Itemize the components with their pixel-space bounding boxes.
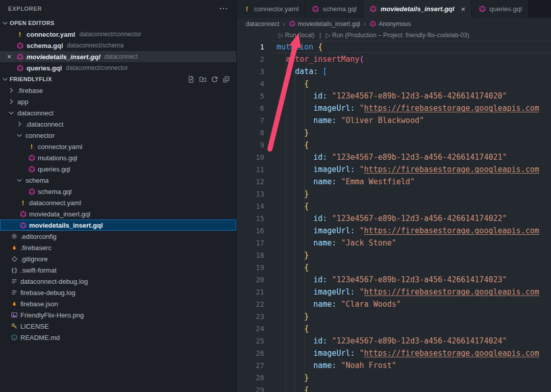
tree-item-firebase-debug-log[interactable]: firebase-debug.log [0, 287, 236, 298]
code-line[interactable]: 3 data: [ [237, 65, 551, 78]
workspace-header[interactable]: FRIENDLYFLIX [0, 74, 236, 85]
line-number[interactable]: 24 [237, 323, 271, 335]
code-line[interactable]: 17 name: "Jack Stone" [237, 237, 551, 249]
code-line[interactable]: 14 { [237, 200, 551, 212]
open-editors-header[interactable]: OPEN EDITORS [0, 17, 236, 29]
tab-schema-gql[interactable]: schema.gql [305, 0, 363, 18]
tree-item-editorconfig[interactable]: .editorconfig [0, 231, 236, 242]
run-local-link[interactable]: ▷ Run (local) [279, 32, 315, 39]
tree-item-friendlyflix-hero-png[interactable]: FriendlyFlix-Hero.png [0, 309, 236, 321]
line-number[interactable]: 5 [237, 90, 271, 102]
tree-item-app[interactable]: app [0, 96, 236, 107]
line-number[interactable]: 20 [237, 274, 271, 286]
tree-item-dataconnect-yaml[interactable]: !dataconnect.yaml [0, 197, 236, 208]
code-line[interactable]: 12 name: "Emma Westfield" [237, 176, 551, 188]
tab-connector-yaml[interactable]: !connector.yaml [237, 0, 305, 18]
code-line[interactable]: 4 { [237, 78, 551, 90]
code-line[interactable]: 23 } [237, 310, 551, 323]
url-link[interactable]: https://firebasestorage.googleapis.com [364, 349, 539, 358]
code-line[interactable]: 7 name: "Oliver Blackwood" [237, 114, 551, 127]
line-number[interactable]: 17 [237, 237, 271, 249]
url-link[interactable]: https://firebasestorage.googleapis.com [364, 226, 539, 235]
line-number[interactable]: 25 [237, 335, 271, 347]
code-line[interactable]: 20 id: "123e4567-e89b-12d3-a456-42661417… [237, 274, 551, 286]
code-line[interactable]: 1mutation { [237, 41, 551, 53]
tree-item-readme-md[interactable]: README.md [0, 332, 236, 343]
code-line[interactable]: 25 id: "123e4567-e89b-12d3-a456-42661417… [237, 335, 551, 347]
url-link[interactable]: https://firebasestorage.googleapis.com [364, 287, 539, 297]
tree-item-dataconnect[interactable]: dataconnect [0, 107, 236, 118]
code-line[interactable]: 13 } [237, 188, 551, 200]
line-number[interactable]: 10 [237, 151, 271, 163]
breadcrumb-item-anonymous[interactable]: Anonymous [369, 20, 411, 28]
tree-item-moviedetails-insert-gql[interactable]: moviedetails_insert.gql [0, 219, 236, 231]
code-line[interactable]: 28 } [237, 372, 551, 384]
line-number[interactable]: 1 [237, 41, 271, 53]
tree-item-schema[interactable]: schema [0, 175, 236, 186]
code-line[interactable]: 16 imageUrl: "https://firebasestorage.go… [237, 225, 551, 237]
line-number[interactable]: 29 [237, 384, 271, 392]
line-number[interactable]: 13 [237, 188, 271, 200]
chev_r-icon[interactable] [7, 86, 15, 94]
code-line[interactable]: 5 id: "123e4567-e89b-12d3-a456-426614174… [237, 90, 551, 102]
tree-item-moviedata-insert-gql[interactable]: moviedata_insert.gql [0, 208, 236, 219]
code-line[interactable]: 18 } [237, 249, 551, 261]
open-editor-queries-gql[interactable]: queries.gqldataconnect/connector [0, 62, 236, 74]
url-link[interactable]: https://firebasestorage.googleapis.com [364, 165, 539, 174]
close-icon[interactable]: × [5, 53, 13, 61]
line-number[interactable]: 23 [237, 310, 271, 323]
tree-item-queries-gql[interactable]: queries.gql [0, 163, 236, 175]
code-line[interactable]: 27 name: "Noah Frost" [237, 359, 551, 372]
code-line[interactable]: 10 id: "123e4567-e89b-12d3-a456-42661417… [237, 151, 551, 163]
line-number[interactable]: 14 [237, 200, 271, 212]
tree-item-firebaserc[interactable]: .firebaserc [0, 242, 236, 253]
chev_r-icon[interactable] [15, 120, 23, 128]
line-number[interactable]: 4 [237, 78, 271, 90]
tree-item-firebase-json[interactable]: firebase.json [0, 298, 236, 309]
line-number[interactable]: 27 [237, 359, 271, 372]
tab-queries-gql[interactable]: queries.gql [472, 0, 529, 18]
line-number[interactable]: 22 [237, 298, 271, 310]
line-number[interactable]: 19 [237, 261, 271, 274]
tree-item-dataconnect-debug-log[interactable]: dataconnect-debug.log [0, 276, 236, 287]
refresh-icon[interactable] [210, 75, 218, 83]
line-number[interactable]: 2 [237, 53, 271, 65]
line-number[interactable]: 15 [237, 212, 271, 225]
code-line[interactable]: 26 imageUrl: "https://firebasestorage.go… [237, 347, 551, 359]
line-number[interactable]: 6 [237, 102, 271, 114]
more-actions-icon[interactable]: ⋯ [219, 6, 228, 11]
line-number[interactable]: 12 [237, 176, 271, 188]
tree-item-swift-format[interactable]: {}.swift-format [0, 264, 236, 276]
code-line[interactable]: 22 name: "Clara Woods" [237, 298, 551, 310]
line-number[interactable]: 21 [237, 286, 271, 298]
tree-item-connector[interactable]: connector [0, 130, 236, 141]
code-line[interactable]: 9 { [237, 139, 551, 151]
line-number[interactable]: 8 [237, 127, 271, 139]
collapse-all-icon[interactable] [222, 75, 230, 83]
tree-item-connector-yaml[interactable]: !connector.yaml [0, 141, 236, 152]
tree-item-gitignore[interactable]: .gitignore [0, 253, 236, 264]
url-link[interactable]: https://firebasestorage.googleapis.com [364, 104, 539, 113]
line-number[interactable]: 16 [237, 225, 271, 237]
breadcrumb-item-dataconnect[interactable]: dataconnect [246, 20, 279, 28]
line-number[interactable]: 9 [237, 139, 271, 151]
code-line[interactable]: 2 actor_insertMany( [237, 53, 551, 65]
line-number[interactable]: 26 [237, 347, 271, 359]
tree-item-firebase[interactable]: .firebase [0, 85, 236, 96]
code-line[interactable]: 24 { [237, 323, 551, 335]
line-number[interactable]: 7 [237, 114, 271, 127]
open-editor-connector-yaml[interactable]: !connector.yamldataconnect/connector [0, 29, 236, 40]
open-editor-moviedetails-insert-gql[interactable]: ×moviedetails_insert.gqldataconnect [0, 51, 236, 62]
open-editor-schema-gql[interactable]: schema.gqldataconnect/schema [0, 40, 236, 51]
new-file-icon[interactable] [187, 75, 195, 83]
tree-item-mutations-gql[interactable]: mutations.gql [0, 152, 236, 163]
line-number[interactable]: 28 [237, 372, 271, 384]
line-number[interactable]: 11 [237, 163, 271, 176]
tree-item-license[interactable]: LICENSE [0, 321, 236, 332]
chev_d-icon[interactable] [15, 131, 23, 139]
code-line[interactable]: 6 imageUrl: "https://firebasestorage.goo… [237, 102, 551, 114]
line-number[interactable]: 18 [237, 249, 271, 261]
close-icon[interactable]: × [461, 5, 465, 13]
breadcrumb-item-moviedetails-insert-gql[interactable]: moviedetails_insert.gql [289, 20, 360, 28]
code-line[interactable]: 8 } [237, 127, 551, 139]
